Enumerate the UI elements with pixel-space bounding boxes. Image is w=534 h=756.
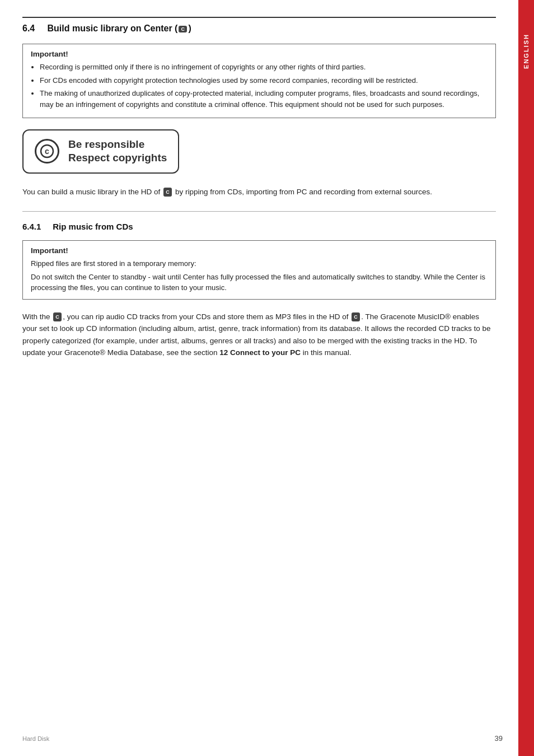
section-num: 6.4 [22,24,35,33]
center-icon-body: C [163,188,172,197]
important-item-2: For CDs encoded with copyright protectio… [40,75,488,86]
sidebar-label: ENGLISH [523,34,530,69]
center-icon-title: C [179,26,187,32]
responsible-text-block: Be responsible Respect copyrights [68,138,167,165]
important-label-1: Important! [31,50,488,58]
body-rip-text2: , you can rip audio CD tracks from your … [63,312,350,321]
section-641-num: 6.4.1 [22,222,41,231]
important-box-1: Important! Recording is permitted only i… [22,44,496,118]
responsible-line2: Respect copyrights [68,152,167,165]
section-divider [22,211,496,212]
section-64-header: 6.4 Build music library on Center (C) [22,17,496,34]
copyright-svg: c [40,144,54,158]
center-icon-rip2: C [352,312,360,321]
important-box-2: Important! Ripped files are first stored… [22,240,496,300]
body-rip-text4: in this manual. [301,348,352,357]
important-label-2: Important! [31,246,488,255]
important-para1: Ripped files are first stored in a tempo… [31,258,488,269]
important-para2: Do not switch the Center to standby - wa… [31,272,488,293]
important-list-1: Recording is permitted only if there is … [31,62,488,110]
body-text-after: by ripping from CDs, importing from PC a… [173,188,432,196]
responsible-box: c Be responsible Respect copyrights [22,129,179,174]
body-text-before: You can build a music library in the HD … [22,188,162,196]
section-641-title-text: Rip music from CDs [53,222,133,231]
svg-text:c: c [45,147,49,156]
important-item-1: Recording is permitted only if there is … [40,62,488,73]
section-64-title: 6.4 Build music library on Center (C) [22,24,191,33]
body-rip-bold: 12 Connect to your PC [219,348,301,357]
body-paragraph-build: You can build a music library in the HD … [22,186,496,198]
page-footer: Hard Disk 39 [22,734,503,743]
copyright-icon: c [35,139,59,164]
section-641-header: 6.4.1 Rip music from CDs [22,222,496,231]
body-rip-text1: With the [22,312,52,321]
footer-left: Hard Disk [22,735,49,742]
body-rip-paragraph: With the C, you can rip audio CD tracks … [22,311,496,359]
section-641-title: 6.4.1 Rip music from CDs [22,222,133,231]
footer-page-number: 39 [495,734,503,743]
important-item-3: The making of unauthorized duplicates of… [40,88,488,110]
center-icon-rip1: C [53,312,62,321]
responsible-line1: Be responsible [68,138,167,151]
section-64-title-close: ) [188,24,191,33]
section-64-title-text: Build music library on Center ( [47,24,177,33]
sidebar: ENGLISH [518,0,534,756]
